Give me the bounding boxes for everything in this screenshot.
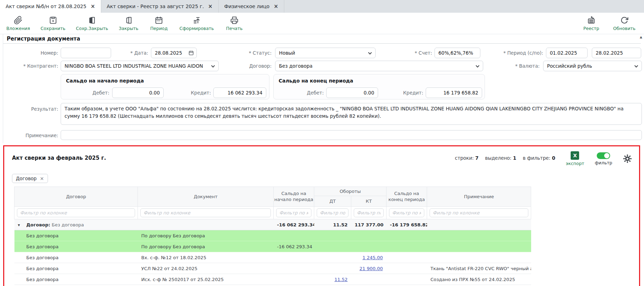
filtered-count-label: в фильтре: xyxy=(523,155,550,161)
toolbar-label: Реестр xyxy=(583,26,599,31)
document-amount-link[interactable]: 21 900.00 xyxy=(351,263,387,274)
col-header-saldo-end[interactable]: Сальдо на конец периода xyxy=(387,187,427,207)
cell-contract: Без договора xyxy=(23,274,138,285)
filter-input-document[interactable] xyxy=(140,208,271,217)
settings-button[interactable] xyxy=(623,154,632,165)
close-icon[interactable]: × xyxy=(208,3,213,10)
attachments-button[interactable]: Вложения xyxy=(6,16,30,31)
period-from-input[interactable]: 01.02.2025 xyxy=(546,48,588,58)
filter-toggle[interactable]: фильтр xyxy=(595,151,612,165)
table-row-partial[interactable]: Без договора Вх. с-ф. №… 24 232.00 xyxy=(14,285,531,286)
collapse-arrow-icon[interactable]: ▾ xyxy=(17,223,20,227)
chevron-down-icon xyxy=(211,64,215,69)
group-cell-note xyxy=(427,219,531,230)
note-input[interactable] xyxy=(61,130,642,140)
period-button[interactable]: Период xyxy=(149,16,169,31)
table-row[interactable]: Без договора Исх. с-ф № 2502017 от 25.02… xyxy=(14,274,531,285)
account-label: * Счет: xyxy=(383,48,432,58)
form-section-header: Регистрация документа xyxy=(3,35,641,44)
table-row[interactable]: Без договора Вх. с-ф. №12 от 18.02.2025 … xyxy=(14,252,531,263)
contract-select[interactable]: Без договора xyxy=(275,61,483,71)
cell-contract: Без договора xyxy=(23,230,138,241)
save-button[interactable]: Сохранить xyxy=(41,16,65,31)
close-icon[interactable]: × xyxy=(274,3,278,10)
cell-contract: Без договора xyxy=(23,285,138,286)
cell-kt xyxy=(351,274,387,285)
scroll-up-arrow[interactable]: ▲ xyxy=(640,35,642,39)
table-row[interactable]: Без договора По договору Без договора xyxy=(14,230,531,241)
filtered-count: 0 xyxy=(552,155,555,161)
saldo-start-credit-label: Кредит: xyxy=(172,87,211,98)
cell-note xyxy=(427,241,531,252)
refresh-button[interactable]: Обновить xyxy=(613,16,636,31)
calendar-icon[interactable] xyxy=(188,50,194,56)
cell-saldo-end xyxy=(387,285,427,286)
contractor-value: NINGBO BOA STEEL LTD INDUSTRIAL ZONE HUA… xyxy=(65,63,203,69)
filter-input-contract[interactable] xyxy=(17,208,135,217)
tab-reestr[interactable]: Акт сверки - Реестр за август 2025 г. × xyxy=(101,0,219,13)
group-row[interactable]: ▾ Договор: Без договора -16 062 293.34 1… xyxy=(14,219,531,230)
toolbar-label: Сохр.Закрыть xyxy=(76,26,108,31)
table-row[interactable]: Без договора По договору Без договора -1… xyxy=(14,241,531,252)
filter-input-saldo-start[interactable] xyxy=(276,208,311,217)
generate-button[interactable]: Сформировать xyxy=(180,16,214,31)
registry-button[interactable]: Реестр xyxy=(581,16,601,31)
close-button[interactable]: Закрыть xyxy=(119,16,139,31)
status-select[interactable]: Новый xyxy=(275,48,376,58)
generate-icon xyxy=(192,16,201,25)
note-label: Примечание: xyxy=(7,130,58,141)
tab-act-sverki[interactable]: Акт сверки №б/н от 28.08.2025 × xyxy=(0,0,101,13)
filter-input-dt[interactable] xyxy=(317,208,348,217)
document-amount-link[interactable]: 1 245.00 xyxy=(351,252,387,263)
tab-fizlico[interactable]: Физическое лицо × xyxy=(219,0,284,13)
save-close-button[interactable]: Сохр.Закрыть xyxy=(76,16,108,31)
col-header-contract[interactable]: Договор xyxy=(14,187,138,207)
tab-label: Физическое лицо xyxy=(224,4,270,9)
result-label: Результат: xyxy=(7,104,58,114)
close-icon[interactable]: × xyxy=(40,176,44,181)
chevron-down-icon xyxy=(475,64,480,69)
contractor-select[interactable]: NINGBO BOA STEEL LTD INDUSTRIAL ZONE HUA… xyxy=(61,61,219,71)
toolbar-label: Сформировать xyxy=(180,26,214,31)
cell-contract: Без договора xyxy=(23,252,138,263)
col-header-note[interactable]: Примечание xyxy=(427,187,531,207)
filter-input-note[interactable] xyxy=(430,208,528,217)
group-cell-dt: 11.52 xyxy=(314,219,351,230)
col-header-dt[interactable]: ДТ xyxy=(314,196,351,207)
col-header-kt[interactable]: КТ xyxy=(351,196,387,207)
cell-saldo-end xyxy=(387,274,427,285)
cell-contract: Без договора xyxy=(23,263,138,274)
table-row[interactable]: Без договора УСЛ №22 от 24.02.2025 21 90… xyxy=(14,263,531,274)
col-header-document[interactable]: Документ xyxy=(138,187,274,207)
saldo-end-debit-input: 0.00 xyxy=(326,87,378,98)
contract-value: Без договора xyxy=(279,63,312,69)
period-to-input[interactable]: 28.02.2025 xyxy=(592,48,641,58)
export-button[interactable]: X экспорт xyxy=(566,151,584,166)
account-input[interactable]: 60%,62%,76% xyxy=(435,48,480,58)
col-header-saldo-start[interactable]: Сальдо на начало периода xyxy=(274,187,314,207)
filter-input-kt[interactable] xyxy=(354,208,384,217)
cell-saldo-start xyxy=(274,285,314,286)
document-amount-link[interactable]: 11.52 xyxy=(314,274,351,285)
group-cell-kt: 117 377.00 xyxy=(351,219,387,230)
saldo-start-title: Сальдо на начало периода xyxy=(61,74,269,84)
filter-input-saldo-end[interactable] xyxy=(389,208,424,217)
cell-dt xyxy=(314,285,351,286)
grid-stats: строки: 7 выделено: 1 в фильтре: 0 xyxy=(455,155,555,161)
print-button[interactable]: Печать xyxy=(224,16,244,31)
cell-saldo-end xyxy=(387,230,427,241)
toolbar-label: Период xyxy=(150,26,168,31)
toolbar-label: Закрыть xyxy=(119,26,139,31)
chip-label: Договор xyxy=(16,176,37,181)
document-amount-link[interactable]: 24 232.00 xyxy=(351,285,387,286)
group-chip-contract[interactable]: Договор × xyxy=(12,174,48,183)
period-label: * Период (с/по): xyxy=(490,48,543,58)
result-textarea[interactable]: Таким образом, в учете ООО "Альфа" по со… xyxy=(61,103,642,125)
group-cell-saldo-start: -16 062 293.34 xyxy=(274,219,314,230)
currency-value: Российский рубль xyxy=(547,63,592,69)
currency-select[interactable]: Российский рубль xyxy=(543,61,642,71)
date-input[interactable]: 28.08.2025 xyxy=(151,48,197,58)
saldo-end-debit-label: Дебет: xyxy=(285,87,324,98)
close-icon[interactable]: × xyxy=(91,3,95,10)
toggle-on-icon[interactable] xyxy=(597,152,610,159)
